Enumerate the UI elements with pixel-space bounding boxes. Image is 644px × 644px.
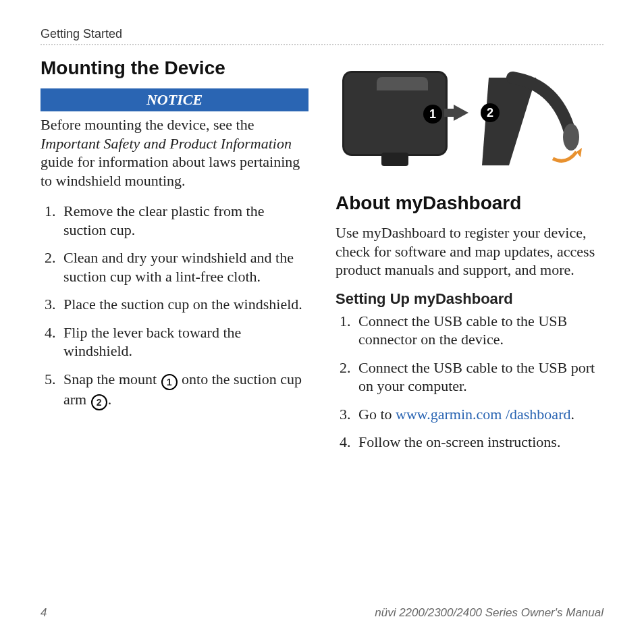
mounting-title: Mounting the Device xyxy=(41,57,308,79)
step-5: Snap the mount 1 onto the suction cup ar… xyxy=(59,370,308,410)
mounting-steps: Remove the clear plastic from the suctio… xyxy=(41,202,308,410)
header-section: Getting Started xyxy=(41,27,603,45)
setup-steps: Connect the USB cable to the USB connect… xyxy=(336,312,603,452)
page-number: 4 xyxy=(41,606,47,620)
svg-marker-1 xyxy=(576,148,582,157)
step-4: Flip the lever back toward the windshiel… xyxy=(59,323,308,360)
setup-step-3: Go to www.garmin.com /dashboard. xyxy=(354,405,603,424)
setup-step-2: Connect the USB cable to the USB port on… xyxy=(354,358,603,396)
notice-before: Before mounting the device, see the xyxy=(41,116,254,133)
setup-step-3b: . xyxy=(570,406,574,423)
about-title: About myDashboard xyxy=(336,192,603,214)
left-column: Mounting the Device NOTICE Before mounti… xyxy=(41,57,308,461)
step-3: Place the suction cup on the windshield. xyxy=(59,295,308,314)
right-column: 1 2 About myDashboard Use myDashboard to… xyxy=(336,57,603,461)
footer: 4 nüvi 2200/2300/2400 Series Owner's Man… xyxy=(41,606,603,620)
notice-label: NOTICE xyxy=(41,88,308,111)
step-1: Remove the clear plastic from the suctio… xyxy=(59,202,308,239)
setup-step-4: Follow the on-screen instructions. xyxy=(354,433,603,452)
arrow-right-icon xyxy=(454,105,468,121)
svg-point-0 xyxy=(563,124,579,151)
mount-clip-icon xyxy=(377,77,428,90)
setup-step-1: Connect the USB cable to the USB connect… xyxy=(354,312,603,349)
notice-after: guide for information about laws pertain… xyxy=(41,153,300,189)
callout-1-icon: 1 xyxy=(423,105,442,124)
inline-circle-1-icon: 1 xyxy=(161,374,178,390)
step-2: Clean and dry your windshield and the su… xyxy=(59,248,308,286)
manual-title: nüvi 2200/2300/2400 Series Owner's Manua… xyxy=(375,606,603,620)
inline-circle-2-icon: 2 xyxy=(91,394,107,410)
setup-step-3a: Go to xyxy=(358,406,396,423)
notice-text: Before mounting the device, see the Impo… xyxy=(41,115,308,190)
setup-subhead: Setting Up myDashboard xyxy=(336,290,603,308)
step-5c: . xyxy=(108,391,112,408)
about-intro: Use myDashboard to register your device,… xyxy=(336,223,603,279)
mount-figure: 1 2 xyxy=(336,57,603,179)
dashboard-link[interactable]: www.garmin.com /dashboard xyxy=(396,406,570,423)
step-5a: Snap the mount xyxy=(63,371,161,387)
notice-italic: Important Safety and Product Information xyxy=(41,135,292,152)
callout-2-icon: 2 xyxy=(481,103,500,122)
